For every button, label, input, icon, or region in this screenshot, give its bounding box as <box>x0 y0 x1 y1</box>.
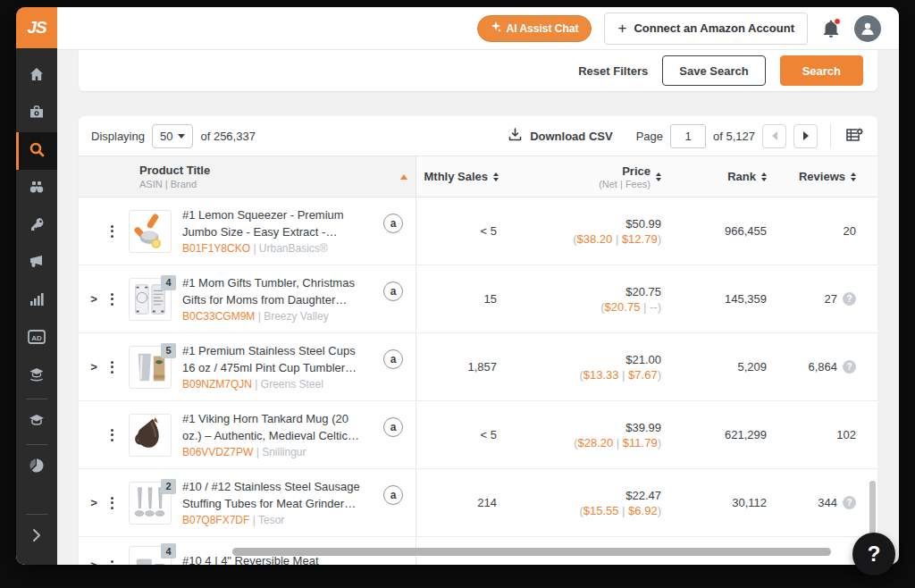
save-search-button[interactable]: Save Search <box>662 55 765 86</box>
sort-icon <box>851 172 856 181</box>
row-menu-kebab-icon[interactable] <box>104 293 120 306</box>
product-title-link[interactable]: #1 Premium Stainless Steel Cups 16 oz / … <box>182 343 368 377</box>
rank-value: 30,112 <box>683 469 783 536</box>
product-cell: > 4 #1 Mom Gifts Tumbler, Christmas Gift… <box>79 265 416 332</box>
search-icon <box>29 141 46 162</box>
sidebar-bottom <box>16 510 57 565</box>
sidebar-item-briefcase[interactable] <box>16 95 57 132</box>
sidebar-item-key[interactable] <box>16 207 57 245</box>
sidebar-item-search[interactable] <box>16 132 57 170</box>
sparkle-icon <box>491 21 501 35</box>
product-title-link[interactable]: #1 Lemon Squeezer - Premium Jumbo Size -… <box>182 207 368 241</box>
table-body: #1 Lemon Squeezer - Premium Jumbo Size -… <box>79 197 877 565</box>
product-text: #1 Mom Gifts Tumbler, Christmas Gifts fo… <box>182 275 368 323</box>
sidebar-item-ad[interactable]: AD <box>16 320 57 357</box>
horizontal-scrollbar[interactable] <box>232 548 831 556</box>
mthly-sales-value: < 5 <box>416 401 508 468</box>
product-title-link[interactable]: #10 / #12 Stainless Steel Sausage Stuffi… <box>182 479 368 513</box>
sort-icon <box>493 172 499 181</box>
sidebar-item-hand-cap[interactable] <box>16 357 57 395</box>
header-price[interactable]: Price (Net | Fees) <box>508 156 683 197</box>
app-logo[interactable]: JS <box>16 7 57 48</box>
asin-link[interactable]: B07Q8FX7DF <box>182 514 249 526</box>
product-title-link[interactable]: #1 Mom Gifts Tumbler, Christmas Gifts fo… <box>182 275 368 309</box>
briefcase-icon <box>29 104 45 123</box>
expand-row-chevron[interactable]: > <box>86 496 102 509</box>
rank-value: 621,299 <box>683 401 783 468</box>
row-menu-kebab-icon[interactable] <box>104 361 120 374</box>
amazon-link-icon[interactable]: a <box>383 281 403 301</box>
header-rank[interactable]: Rank <box>683 156 783 197</box>
sidebar-item-graduation-cap[interactable] <box>16 403 57 441</box>
help-button[interactable]: ? <box>852 533 895 575</box>
next-page-button[interactable] <box>793 124 818 148</box>
page-label: Page <box>636 130 663 143</box>
product-cell: #1 Viking Horn Tankard Mug (20 oz.) – Au… <box>79 401 416 468</box>
connect-amazon-account-button[interactable]: + Connect an Amazon Account <box>604 13 808 45</box>
sidebar-item-pie-chart[interactable] <box>16 449 57 486</box>
sidebar-expand-button[interactable] <box>16 518 57 556</box>
column-settings-button[interactable] <box>844 125 865 147</box>
header-product-title[interactable]: Product Title ASIN | Brand <box>79 156 416 197</box>
variant-count-badge: 4 <box>161 543 176 559</box>
row-menu-kebab-icon[interactable] <box>104 497 120 509</box>
header-reviews[interactable]: Reviews <box>783 156 877 197</box>
ai-assist-chat-button[interactable]: AI Assist Chat <box>477 15 592 42</box>
asin-link[interactable]: B09NZM7QJN <box>182 378 252 391</box>
graduation-cap-icon <box>29 412 45 432</box>
table-row: > 2 #10 / #12 Stainless Steel Sausage St… <box>79 469 877 537</box>
home-icon <box>29 66 45 86</box>
asin-link[interactable]: B06VVDZ7PW <box>182 446 253 458</box>
product-title-link[interactable]: #1 Viking Horn Tankard Mug (20 oz.) – Au… <box>182 411 368 445</box>
product-text: #1 Lemon Squeezer - Premium Jumbo Size -… <box>182 207 368 255</box>
sidebar-item-home[interactable] <box>16 57 57 95</box>
amazon-link-icon[interactable]: a <box>383 417 403 437</box>
info-icon[interactable]: ? <box>843 496 856 509</box>
table-row: #1 Viking Horn Tankard Mug (20 oz.) – Au… <box>79 401 877 469</box>
rank-value: 145,359 <box>683 265 783 332</box>
row-menu-kebab-icon[interactable] <box>104 225 120 238</box>
brand-label: Snillingur <box>262 446 306 458</box>
brand-label: Tesor <box>258 514 284 526</box>
info-icon[interactable]: ? <box>843 360 856 374</box>
expand-row-chevron[interactable]: > <box>86 360 102 374</box>
product-image: 4 <box>129 278 172 321</box>
search-button[interactable]: Search <box>780 55 863 86</box>
rank-value: 5,209 <box>683 333 783 400</box>
product-image <box>129 210 172 253</box>
sidebar-item-megaphone[interactable] <box>16 245 57 282</box>
expand-row-chevron[interactable]: > <box>86 559 102 565</box>
amazon-link-icon[interactable]: a <box>383 349 403 369</box>
sidebar-item-binoculars[interactable] <box>16 170 57 207</box>
notifications-bell-icon[interactable] <box>820 18 842 39</box>
expand-row-chevron[interactable]: > <box>86 292 102 306</box>
amazon-link-icon[interactable]: a <box>383 485 403 505</box>
mthly-sales-header-label: Mthly Sales <box>424 170 488 183</box>
vertical-scrollbar[interactable] <box>869 481 876 536</box>
previous-page-button[interactable] <box>762 124 786 148</box>
plus-icon: + <box>617 21 626 36</box>
amazon-link-icon[interactable]: a <box>383 214 403 233</box>
avatar[interactable] <box>854 15 881 42</box>
asin-link[interactable]: B0C33CGM9M <box>182 310 255 323</box>
table-row: #1 Lemon Squeezer - Premium Jumbo Size -… <box>79 197 877 265</box>
sort-ascending-icon <box>400 174 407 180</box>
asin-link[interactable]: B01F1Y8CKO <box>182 242 250 255</box>
app-window: JS AD AI Assist Chat + Connect an Amazon… <box>16 7 899 565</box>
page-number-input[interactable] <box>670 124 706 148</box>
row-menu-kebab-icon[interactable] <box>104 560 120 565</box>
sidebar-item-bar-chart[interactable] <box>16 282 57 320</box>
ad-icon: AD <box>28 330 46 348</box>
info-icon[interactable]: ? <box>843 292 856 306</box>
divider <box>26 514 47 515</box>
page-size-select[interactable]: 50 <box>152 124 193 148</box>
reviews-value: 102 <box>783 401 877 468</box>
reset-filters-button[interactable]: Reset Filters <box>578 64 648 78</box>
product-cell: #1 Lemon Squeezer - Premium Jumbo Size -… <box>79 197 416 265</box>
header-mthly-sales[interactable]: Mthly Sales <box>416 156 508 197</box>
filter-actions-card: Reset Filters Save Search Search <box>79 50 877 91</box>
pie-chart-icon <box>29 458 45 477</box>
download-csv-button[interactable]: Download CSV <box>508 127 612 145</box>
row-menu-kebab-icon[interactable] <box>104 429 120 441</box>
chevron-down-icon <box>178 134 185 139</box>
